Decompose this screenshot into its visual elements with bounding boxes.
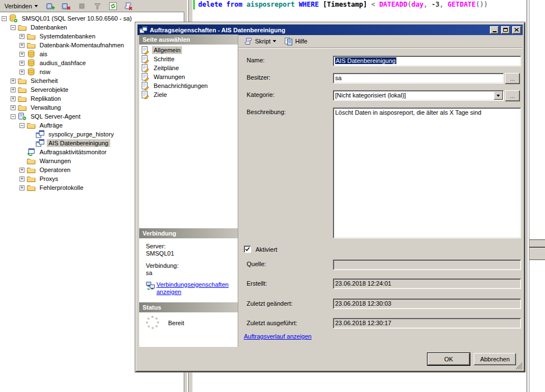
folder-icon — [18, 23, 27, 32]
server-icon — [9, 14, 18, 23]
name-label: Name: — [247, 57, 264, 63]
page-item[interactable]: Warnungen — [139, 72, 238, 81]
job-properties-dialog: Auftragseigenschaften - AIS Datenbereini… — [135, 22, 525, 372]
expander-spacer — [28, 141, 33, 146]
expand-box[interactable]: + — [19, 185, 24, 190]
connect-server-icon[interactable] — [46, 1, 56, 11]
stop-icon — [77, 1, 87, 11]
folder-icon — [18, 103, 27, 112]
close-button[interactable] — [512, 26, 521, 34]
folder-icon — [27, 121, 36, 130]
page-icon — [141, 90, 150, 99]
connect-dropdown-button[interactable]: Verbinden — [2, 1, 41, 11]
connection-header: Verbindung — [139, 228, 238, 238]
job-icon — [36, 139, 45, 148]
sql-text: delete from aisposreport WHERE [Timestam… — [198, 1, 488, 8]
page-icon — [141, 55, 150, 63]
collapse-box[interactable]: − — [11, 25, 16, 30]
collapse-box[interactable]: − — [2, 16, 7, 21]
page-icon — [141, 81, 150, 90]
script-delete-icon[interactable] — [124, 1, 134, 11]
page-item[interactable]: Ziele — [139, 90, 238, 99]
owner-browse-button[interactable]: ... — [505, 73, 520, 84]
status-text: Bereit — [168, 320, 184, 326]
enabled-checkbox[interactable] — [244, 246, 251, 253]
dialog-titlebar[interactable]: Auftragseigenschaften - AIS Datenbereini… — [138, 24, 523, 35]
chevron-down-icon — [35, 5, 38, 7]
script-button[interactable]: Skript — [242, 36, 278, 46]
folder-icon — [18, 76, 27, 85]
tree-item[interactable]: −SMSQL01 (SQL Server 10.50.6560 - sa) — [0, 14, 184, 23]
executed-label: Zuletzt ausgeführt: — [247, 320, 297, 326]
source-label: Quelle: — [247, 261, 266, 267]
dialog-left-pane: Seite auswählen AllgemeinSchritteZeitplä… — [139, 35, 238, 347]
page-icon — [141, 72, 150, 81]
ok-button[interactable]: OK — [428, 353, 470, 365]
database-icon — [27, 67, 36, 76]
folder-icon — [27, 156, 36, 165]
owner-label: Besitzer: — [247, 74, 271, 81]
owner-input[interactable]: sa — [333, 73, 504, 84]
resize-grip[interactable] — [515, 362, 523, 370]
pages-header: Seite auswählen — [139, 35, 238, 45]
created-label: Erstellt: — [247, 280, 267, 287]
expand-box[interactable]: + — [11, 96, 16, 101]
help-button[interactable]: Hilfe — [282, 36, 310, 46]
refresh-icon[interactable] — [109, 1, 118, 11]
source-input — [333, 259, 521, 270]
minimize-button[interactable] — [490, 26, 499, 34]
script-icon — [244, 37, 253, 46]
connection-label: Verbindung: — [146, 262, 238, 270]
help-icon — [284, 37, 293, 46]
expand-box[interactable]: + — [19, 168, 24, 173]
executed-field: 23.06.2018 12:30:17 — [333, 318, 521, 329]
job-history-link[interactable]: Auftragsverlauf anzeigen — [244, 333, 312, 340]
maximize-button[interactable] — [501, 26, 510, 34]
status-section: Bereit — [139, 312, 238, 347]
expand-box[interactable]: + — [19, 177, 24, 182]
expander-spacer — [19, 159, 24, 164]
disconnect-server-icon[interactable] — [62, 1, 71, 11]
horizontal-splitter[interactable] — [529, 239, 545, 260]
agent-icon — [18, 112, 27, 121]
page-icon — [141, 46, 150, 55]
monitor-icon — [27, 148, 36, 156]
page-item[interactable]: Allgemein — [139, 46, 238, 55]
page-item[interactable]: Zeitpläne — [139, 63, 238, 72]
category-select[interactable]: [Nicht kategorisiert (lokal)] — [333, 90, 504, 101]
expand-box[interactable]: + — [19, 70, 24, 75]
page-item[interactable]: Schritte — [139, 55, 238, 63]
connection-info: Server: SMSQL01 Verbindung: sa Verbindun… — [139, 238, 238, 302]
expander-spacer — [28, 132, 33, 137]
dialog-toolbar: Skript Hilfe — [239, 35, 522, 48]
cancel-button[interactable]: Abbrechen — [474, 353, 516, 365]
category-label: Kategorie: — [247, 91, 274, 98]
expand-box[interactable]: + — [19, 52, 24, 57]
category-browse-button[interactable]: ... — [505, 90, 520, 101]
collapse-box[interactable]: − — [19, 123, 24, 128]
folder-icon — [27, 32, 36, 41]
right-edge-panel — [527, 0, 545, 392]
description-textarea[interactable]: Löscht Daten in aisposreport, die älter … — [333, 107, 521, 238]
expand-box[interactable]: + — [19, 61, 24, 66]
expand-box[interactable]: + — [11, 87, 16, 92]
ssms-window: Verbinden −SMSQL01 (SQL Server 10.50.656… — [0, 0, 545, 392]
description-label: Beschreibung: — [247, 109, 286, 115]
connection-properties-link[interactable]: Verbindungseigenschaften anzeigen — [156, 281, 238, 296]
collapse-box[interactable]: − — [11, 114, 16, 119]
connection-value: sa — [146, 270, 238, 277]
chevron-down-icon[interactable] — [494, 91, 503, 100]
connection-properties-icon — [146, 281, 155, 290]
expand-box[interactable]: + — [19, 43, 24, 48]
database-icon — [27, 58, 36, 67]
created-field: 23.06.2018 12:24:01 — [333, 278, 521, 289]
page-item[interactable]: Benachrichtigungen — [139, 81, 238, 90]
modified-field: 23.06.2018 12:30:03 — [333, 298, 521, 309]
expand-box[interactable]: + — [11, 105, 16, 110]
expander-spacer — [19, 150, 24, 155]
expand-box[interactable]: + — [11, 79, 16, 84]
expand-box[interactable]: + — [19, 34, 24, 39]
job-icon — [36, 130, 45, 139]
dialog-title: Auftragseigenschaften - AIS Datenbereini… — [150, 27, 488, 33]
name-input[interactable]: AIS Datenbereinigung — [333, 56, 521, 66]
